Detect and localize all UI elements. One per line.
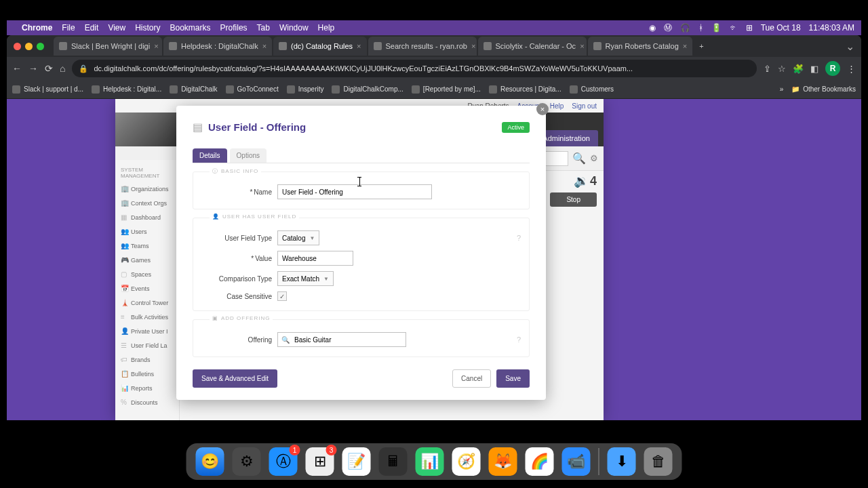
bookmark[interactable]: DigitalChalk: [170, 85, 217, 94]
forward-icon[interactable]: →: [28, 63, 38, 74]
bookmark[interactable]: [Reported by me]...: [412, 85, 481, 94]
finder-icon[interactable]: 😊: [196, 447, 224, 476]
numbers-icon[interactable]: 📊: [416, 447, 444, 476]
sidebar-item[interactable]: ▢Spaces: [115, 267, 179, 281]
sidebar-item[interactable]: 📊Reports: [115, 381, 179, 395]
menu-window[interactable]: Window: [279, 23, 309, 33]
trash-icon[interactable]: 🗑: [644, 447, 673, 476]
bookmark[interactable]: DigitalChalkComp...: [332, 85, 403, 94]
tab[interactable]: Slack | Ben Wright | digi×: [54, 37, 162, 56]
status-icon[interactable]: ◉: [649, 23, 656, 33]
sidebar-item[interactable]: ≡Bulk Activities: [115, 310, 179, 324]
chrome-icon[interactable]: 🌈: [526, 447, 554, 476]
type-dropdown[interactable]: Catalog▼: [277, 230, 319, 245]
other-bookmarks[interactable]: 📁 Other Bookmarks: [791, 85, 856, 93]
menu-profiles[interactable]: Profiles: [220, 23, 248, 33]
calculator-icon[interactable]: 🖩: [379, 447, 408, 476]
launchpad-icon[interactable]: ⊞3: [306, 447, 334, 476]
signout-link[interactable]: Sign out: [572, 102, 597, 110]
menu-history[interactable]: History: [135, 23, 160, 33]
offering-lookup[interactable]: 🔍 Basic Guitar: [277, 332, 406, 347]
sidebar-item[interactable]: 🗼Control Tower: [115, 296, 179, 310]
tab-active[interactable]: (dc) Catalog Rules×: [273, 37, 367, 56]
minimize-icon[interactable]: [25, 43, 33, 50]
extensions-icon[interactable]: 🧩: [793, 64, 804, 74]
save-advanced-button[interactable]: Save & Advanced Edit: [193, 369, 277, 388]
close-tab-icon[interactable]: ×: [262, 42, 267, 50]
close-tab-icon[interactable]: ×: [154, 42, 158, 50]
app-name[interactable]: Chrome: [22, 23, 52, 33]
bookmarks-overflow[interactable]: »: [780, 85, 784, 93]
close-tab-icon[interactable]: ×: [683, 42, 687, 50]
case-sensitive-checkbox[interactable]: ✓: [277, 291, 287, 301]
safari-icon[interactable]: 🧭: [452, 447, 481, 476]
sidebar-item[interactable]: 🏢Context Orgs: [115, 196, 179, 210]
stop-button[interactable]: Stop: [550, 192, 597, 207]
close-tab-icon[interactable]: ×: [357, 42, 361, 50]
settings-icon[interactable]: ⚙: [233, 447, 261, 476]
appstore-icon[interactable]: Ⓐ1: [269, 447, 298, 476]
address-bar[interactable]: 🔒 dc.digitalchalk.com/dc/offering/rulesb…: [72, 60, 757, 77]
control-center-icon[interactable]: ⊞: [746, 23, 753, 33]
help-link[interactable]: Help: [550, 102, 564, 110]
sidebar-item[interactable]: ▦Dashboard: [115, 210, 179, 224]
sidebar-item[interactable]: 🎮Games: [115, 253, 179, 267]
sidebar-item[interactable]: %Discounts: [115, 395, 179, 409]
star-icon[interactable]: ☆: [778, 64, 786, 74]
reload-icon[interactable]: ⟳: [45, 63, 53, 74]
tab-details[interactable]: Details: [193, 148, 227, 163]
menu-file[interactable]: File: [62, 23, 75, 33]
menu-help[interactable]: Help: [318, 23, 335, 33]
bookmark[interactable]: Insperity: [287, 85, 324, 94]
firefox-icon[interactable]: 🦊: [489, 447, 517, 476]
comparison-dropdown[interactable]: Exact Match▼: [277, 271, 334, 286]
menu-bookmarks[interactable]: Bookmarks: [170, 23, 211, 33]
downloads-icon[interactable]: ⬇: [608, 447, 636, 476]
menubar-time[interactable]: 11:48:03 AM: [809, 23, 854, 33]
name-input[interactable]: [277, 184, 432, 199]
bookmark[interactable]: Resources | Digita...: [489, 85, 561, 94]
headphones-icon[interactable]: 🎧: [680, 23, 690, 33]
close-icon[interactable]: [14, 43, 21, 50]
tab[interactable]: Sciolytix - Calendar - Oc×: [478, 37, 587, 56]
close-tab-icon[interactable]: ×: [580, 42, 584, 50]
sidebar-item[interactable]: ☰User Field La: [115, 338, 179, 352]
value-input[interactable]: [277, 251, 353, 266]
sidebar-item[interactable]: 📋Bulletins: [115, 367, 179, 381]
bookmark[interactable]: Slack | support | d...: [12, 85, 83, 94]
bluetooth-icon[interactable]: ᚼ: [698, 23, 703, 33]
sidebar-item[interactable]: 👤Private User I: [115, 324, 179, 338]
sidebar-item[interactable]: 🏷Brands: [115, 352, 179, 367]
help-icon[interactable]: ?: [517, 234, 521, 242]
extension-icon[interactable]: ◧: [810, 64, 818, 74]
sidebar-item[interactable]: 👥Teams: [115, 239, 179, 253]
close-tab-icon[interactable]: ×: [471, 42, 475, 50]
tab-options[interactable]: Options: [230, 148, 267, 163]
notes-icon[interactable]: 📝: [342, 447, 371, 476]
tab-list-icon[interactable]: ⌄: [846, 40, 854, 53]
new-tab-button[interactable]: +: [694, 37, 709, 56]
kebab-menu-icon[interactable]: ⋮: [847, 64, 856, 74]
menubar-date[interactable]: Tue Oct 18: [761, 23, 801, 33]
bookmark[interactable]: Helpdesk : Digital...: [92, 85, 161, 94]
back-icon[interactable]: ←: [12, 63, 22, 74]
zoom-icon[interactable]: [37, 43, 44, 50]
search-icon[interactable]: 🔍: [572, 152, 586, 165]
sidebar-item[interactable]: 📅Events: [115, 281, 179, 296]
menu-view[interactable]: View: [108, 23, 125, 33]
cancel-button[interactable]: Cancel: [452, 369, 491, 388]
bookmark[interactable]: GoToConnect: [226, 85, 279, 94]
save-button[interactable]: Save: [496, 369, 530, 388]
bookmark[interactable]: Customers: [570, 85, 614, 94]
tab[interactable]: Helpdesk : DigitalChalk×: [163, 37, 272, 56]
sidebar-item[interactable]: 👥Users: [115, 224, 179, 239]
battery-icon[interactable]: 🔋: [711, 23, 722, 33]
gear-icon[interactable]: ⚙: [590, 153, 598, 163]
tab[interactable]: Ryan Roberts Catalog×: [588, 37, 693, 56]
sidebar-item[interactable]: 🏢Organizations: [115, 182, 179, 196]
window-controls[interactable]: [14, 43, 44, 50]
tab[interactable]: Search results - ryan.rob×: [368, 37, 477, 56]
help-icon[interactable]: ?: [517, 336, 521, 344]
zoom-icon[interactable]: 📹: [562, 447, 591, 476]
menu-edit[interactable]: Edit: [85, 23, 99, 33]
